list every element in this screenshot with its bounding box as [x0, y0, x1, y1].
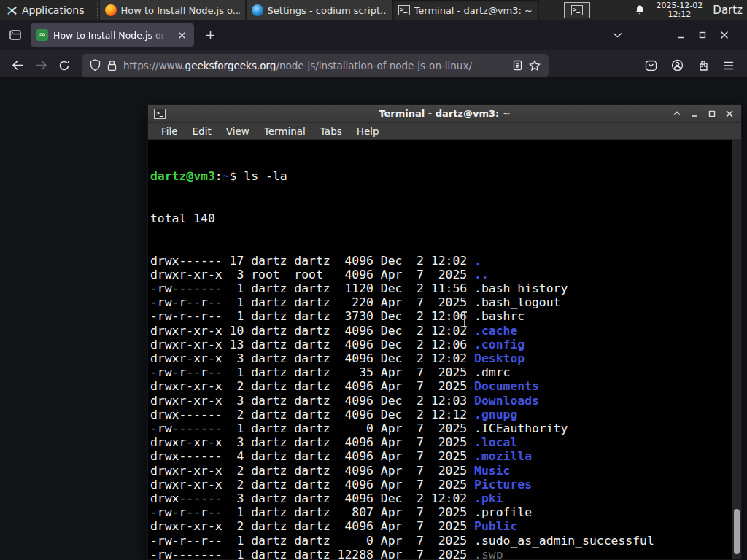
terminal-listing-line: drwxr-xr-x 2 dartz dartz 4096 Apr 7 2025… [150, 464, 741, 478]
directory-name: Downloads [474, 394, 539, 408]
terminal-listing-line: drwxr-xr-x 2 dartz dartz 4096 Apr 7 2025… [150, 379, 741, 393]
terminal-listing-line: -rw-r--r-- 1 dartz dartz 3730 Dec 2 12:0… [150, 309, 741, 323]
total-line: total 140 [150, 211, 741, 225]
lock-icon[interactable] [107, 60, 117, 71]
applications-menu-button[interactable]: Applications [0, 0, 91, 20]
extensions-puzzle-icon[interactable] [697, 60, 709, 71]
directory-name: .local [474, 435, 517, 449]
terminal-listing-line: drwxr-xr-x 2 dartz dartz 4096 Apr 7 2025… [150, 519, 741, 533]
back-button[interactable] [6, 54, 29, 77]
browser-minimize-button[interactable] [670, 25, 692, 45]
terminal-listing-line: -rw-r--r-- 1 dartz dartz 807 Apr 7 2025 … [150, 505, 741, 519]
directory-name: Public [474, 519, 517, 533]
taskbar-item-label: How to Install Node.js o... [121, 5, 240, 16]
ibeam-mouse-cursor [460, 311, 469, 328]
clock-time: 12:12 [656, 10, 703, 19]
terminal-listing-line: drwxr-xr-x 2 dartz dartz 4096 Apr 7 2025… [150, 478, 741, 491]
notification-bell-icon[interactable] [634, 4, 646, 16]
new-tab-button[interactable] [200, 25, 220, 45]
account-icon[interactable] [671, 59, 684, 71]
terminal-icon: >_ [571, 5, 583, 15]
firefox-view-icon[interactable] [4, 24, 26, 46]
list-all-tabs-icon[interactable] [607, 25, 627, 45]
workspace-switcher[interactable]: >_ [564, 2, 590, 18]
distro-logo-icon [7, 5, 18, 16]
terminal-output[interactable]: dartz@vm3:~$ ls -la total 140 drwx------… [148, 140, 741, 559]
command-text: ls -la [244, 169, 287, 183]
tab-close-icon[interactable] [175, 28, 188, 42]
tabbar-controls [607, 25, 743, 45]
file-name: .bash_logout [474, 295, 560, 309]
prompt-line: dartz@vm3:~$ ls -la [150, 169, 741, 183]
menu-help[interactable]: Help [349, 125, 387, 137]
file-name: .sudo_as_admin_successful [474, 534, 654, 548]
taskbar-item-label: Terminal - dartz@vm3: ~ [414, 5, 533, 16]
directory-name: Pictures [474, 478, 532, 491]
taskbar-item-terminal[interactable]: >_ Terminal - dartz@vm3: ~ [392, 0, 539, 20]
desktop: Applications How to Install Node.js o...… [0, 0, 747, 560]
menu-tabs[interactable]: Tabs [313, 125, 349, 137]
browser-close-button[interactable] [713, 25, 735, 45]
terminal-window: >_ Terminal - dartz@vm3: ~ File Edit [147, 104, 742, 560]
taskbar-item-label: Settings - codium script... [268, 5, 387, 16]
firefox-icon [105, 4, 117, 16]
directory-name: . [474, 254, 481, 268]
url-text: https://www.geeksforgeeks.org/node-js/in… [123, 60, 506, 71]
terminal-listing-line: -rw-r--r-- 1 dartz dartz 0 Apr 7 2025 .s… [150, 534, 741, 548]
terminal-scrollbar[interactable] [732, 140, 741, 559]
url-bar[interactable]: https://www.geeksforgeeks.org/node-js/in… [82, 54, 549, 77]
applications-menu-label: Applications [22, 4, 85, 16]
toolbar-right-icons [645, 59, 741, 71]
terminal-shade-button[interactable] [671, 108, 683, 120]
tab-title: How to Install Node.js or [53, 30, 170, 41]
file-name: .bash_history [474, 281, 568, 295]
clock[interactable]: 2025-12-02 12:12 [656, 1, 703, 19]
reader-view-icon[interactable] [513, 60, 522, 71]
terminal-window-controls [671, 108, 735, 120]
terminal-window-title: Terminal - dartz@vm3: ~ [148, 108, 741, 119]
geeksforgeeks-favicon: ∞ [36, 29, 48, 41]
file-name: .profile [474, 505, 532, 519]
file-name: .dmrc [474, 365, 510, 379]
terminal-maximize-button[interactable] [706, 108, 718, 120]
terminal-minimize-button[interactable] [689, 108, 700, 120]
taskbar-item-firefox[interactable]: How to Install Node.js o... [99, 0, 246, 20]
forward-button[interactable] [29, 54, 53, 77]
directory-name: .gnupg [474, 408, 517, 421]
menu-terminal[interactable]: Terminal [257, 125, 313, 137]
pocket-save-icon[interactable] [645, 60, 657, 71]
panel-status-area: 2025-12-02 12:12 Dartz [634, 0, 747, 20]
terminal-listing-line: -rw-r--r-- 1 dartz dartz 35 Apr 7 2025 .… [150, 365, 741, 379]
bookmark-star-icon[interactable] [529, 60, 541, 71]
menu-edit[interactable]: Edit [185, 125, 219, 137]
reload-button[interactable] [53, 54, 76, 77]
terminal-listing-line: drwxr-xr-x 10 dartz dartz 4096 Dec 2 12:… [150, 324, 741, 338]
terminal-title-bar[interactable]: >_ Terminal - dartz@vm3: ~ [148, 105, 741, 122]
terminal-scrollbar-thumb[interactable] [734, 509, 740, 554]
terminal-listing-line: drwxr-xr-x 3 dartz dartz 4096 Dec 2 12:0… [150, 351, 741, 365]
tracking-protection-shield-icon[interactable] [90, 59, 101, 71]
session-user-label[interactable]: Dartz [713, 4, 744, 17]
directory-name: Music [474, 464, 510, 478]
terminal-listing-line: drwxr-xr-x 3 dartz dartz 4096 Dec 2 12:0… [150, 394, 741, 408]
browser-maximize-button[interactable] [692, 25, 713, 45]
panel-handle [93, 3, 98, 18]
menu-file[interactable]: File [154, 125, 185, 137]
terminal-icon: >_ [398, 5, 410, 15]
terminal-listing-line: -rw------- 1 dartz dartz 1120 Dec 2 11:5… [150, 281, 741, 295]
terminal-listing-line: drwx------ 4 dartz dartz 4096 Apr 7 2025… [150, 449, 741, 463]
terminal-close-button[interactable] [724, 108, 735, 120]
file-name: .bashrc [474, 309, 525, 323]
file-name: .ICEauthority [474, 421, 568, 435]
app-menu-hamburger-icon[interactable] [723, 61, 734, 70]
directory-name: .pki [474, 491, 503, 505]
codium-icon [252, 4, 263, 16]
tab-how-to-install-nodejs[interactable]: ∞ How to Install Node.js or [31, 23, 194, 47]
menu-view[interactable]: View [219, 125, 257, 137]
directory-name: .config [474, 338, 525, 351]
taskbar-item-codium[interactable]: Settings - codium script... [246, 0, 392, 20]
directory-name: Desktop [474, 351, 525, 365]
terminal-listing-line: -rw------- 1 dartz dartz 0 Apr 7 2025 .I… [150, 421, 741, 435]
directory-name: Documents [474, 379, 539, 393]
file-name: .swp [474, 548, 503, 559]
